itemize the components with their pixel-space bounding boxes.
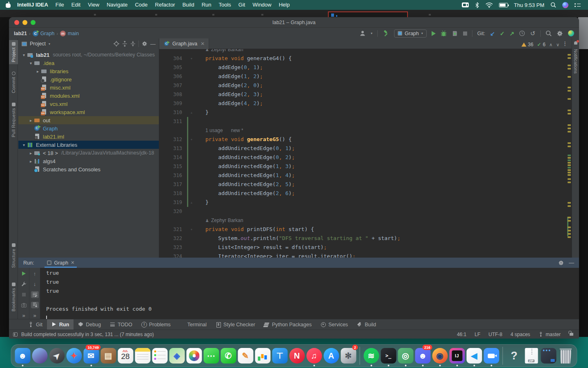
dock-firefox-icon[interactable]: ◉ <box>432 345 448 366</box>
tree-item-misc-xml[interactable]: misc.xml <box>18 83 159 92</box>
stripe-mark[interactable] <box>568 178 571 180</box>
inspections-widget[interactable]: 36 ✓6 ∧ ∨ <box>521 42 559 47</box>
file-encoding[interactable]: UTF-8 <box>488 332 502 337</box>
dock-photos-icon[interactable] <box>186 345 203 366</box>
code-line-312[interactable]: 312▿private void generateG5() { <box>159 135 572 144</box>
stripe-mark[interactable] <box>568 227 571 228</box>
dock-news-icon[interactable]: N <box>289 345 305 366</box>
toolwindow-button-git[interactable]: Git <box>24 319 47 330</box>
stripe-mark[interactable] <box>568 54 571 56</box>
stripe-mark[interactable] <box>568 169 571 171</box>
dock-maps-icon[interactable]: ◈ <box>169 345 185 366</box>
dock-finder-icon[interactable]: ☻ <box>14 345 31 366</box>
stripe-mark[interactable] <box>568 202 571 204</box>
tree-chevron[interactable]: ▾ <box>21 53 27 57</box>
stop-button[interactable] <box>463 31 467 36</box>
stripe-tab-bookmarks[interactable]: Bookmarks <box>9 280 18 314</box>
bluetooth-icon[interactable] <box>475 2 479 8</box>
dock-mail-icon[interactable]: ✉10,749 <box>83 345 100 366</box>
dock-music-icon[interactable]: ♫ <box>306 345 323 366</box>
tree-chevron[interactable]: ▾ <box>28 61 34 65</box>
code-line-315[interactable]: 315 addUndirectedEdge(1, 3); <box>159 162 572 171</box>
notifications-bell-icon[interactable] <box>573 41 578 46</box>
prev-problem-icon[interactable]: ∧ <box>549 42 552 47</box>
stripe-mark[interactable] <box>568 236 571 238</box>
tree-item-external-libraries[interactable]: ▾External Libraries <box>18 141 159 149</box>
menu-navigate[interactable]: Navigate <box>103 0 131 10</box>
spotlight-search-icon[interactable] <box>550 2 556 8</box>
stripe-mark[interactable] <box>568 98 571 100</box>
dock-discord-icon[interactable]: ☻216 <box>414 345 431 366</box>
more-actions-left-icon[interactable]: » <box>20 312 28 319</box>
stop-process-button[interactable] <box>20 291 28 298</box>
tree-chevron[interactable]: ▸ <box>28 151 34 155</box>
history-icon[interactable] <box>519 30 525 36</box>
run-console-output[interactable]: truetruetrue Process finished with exit … <box>40 268 579 319</box>
tree-item-algs4[interactable]: ▸algs4 <box>18 157 159 165</box>
stripe-mark[interactable] <box>568 164 571 166</box>
more-actions-right-icon[interactable]: » <box>31 312 39 319</box>
code-inlay[interactable]: ♟Zephyr Barkan <box>159 49 572 54</box>
code-line-304[interactable]: 304▿private void generateG4() { <box>159 54 572 63</box>
menu-git[interactable]: Git <box>235 0 249 10</box>
toolwindow-button-python-packages[interactable]: Python Packages <box>260 319 316 330</box>
learn-plugin-icon[interactable] <box>568 30 574 36</box>
stripe-mark[interactable] <box>568 220 571 222</box>
collapse-all-icon[interactable] <box>130 41 136 47</box>
code-line-305[interactable]: 305 addEdge(0, 1); <box>159 63 572 72</box>
stripe-mark[interactable] <box>568 90 571 92</box>
code-line-316[interactable]: 316 addUndirectedEdge(1, 4); <box>159 171 572 180</box>
stripe-mark[interactable] <box>568 113 571 114</box>
stripe-mark[interactable] <box>568 68 571 70</box>
stripe-mark[interactable] <box>568 128 571 129</box>
rollback-button[interactable]: ↺ <box>530 30 535 37</box>
code-inlay[interactable]: 1 usagenew * <box>159 126 572 135</box>
debug-button[interactable] <box>441 30 447 37</box>
error-stripe[interactable] <box>566 38 571 258</box>
up-stack-trace-icon[interactable]: ↑ <box>31 270 39 277</box>
edit-configuration-icon[interactable] <box>20 281 28 288</box>
menu-bar-clock[interactable]: Thu 9:53 PM <box>514 2 544 8</box>
tree-item--18-[interactable]: ▸< 18 >/Library/Java/JavaVirtualMachines… <box>18 149 159 157</box>
tree-chevron[interactable]: ▾ <box>21 143 27 147</box>
code-viewport[interactable]: ♟Zephyr Barkan304▿private void generateG… <box>159 49 572 258</box>
dock-launchpad-icon[interactable]: ➤ <box>49 345 65 366</box>
menu-help[interactable]: Help <box>275 0 294 10</box>
tree-chevron[interactable]: ▸ <box>35 69 41 74</box>
wifi-icon[interactable] <box>486 2 493 8</box>
layout-icon[interactable] <box>13 332 18 337</box>
siri-icon[interactable] <box>562 2 568 8</box>
stripe-mark[interactable] <box>568 157 571 159</box>
toolwindow-button-debug[interactable]: Debug <box>74 319 105 330</box>
settings-gear-icon[interactable] <box>557 30 563 37</box>
tree-item-modules-xml[interactable]: modules.xml <box>18 92 159 100</box>
code-line-309[interactable]: 309 addEdge(4, 2); <box>159 99 572 108</box>
menu-file[interactable]: File <box>52 0 68 10</box>
tree-item-vcs-xml[interactable]: vcs.xml <box>18 100 159 108</box>
breadcrumb-lab21[interactable]: lab21 <box>14 31 27 36</box>
screenshot-icon[interactable] <box>20 302 28 309</box>
tree-item-lab21-iml[interactable]: lab21.iml <box>18 132 159 141</box>
profile-dropdown-icon[interactable]: ▾ <box>371 31 372 35</box>
close-window-button[interactable] <box>14 20 19 25</box>
dock-facetime-icon[interactable]: ✆ <box>220 345 237 366</box>
stripe-mark[interactable] <box>568 57 571 59</box>
git-update-button[interactable]: ↙ <box>490 30 495 37</box>
dock-trash-icon[interactable] <box>557 345 574 366</box>
stripe-mark[interactable] <box>568 162 571 164</box>
toolwindow-button-run[interactable]: Run <box>47 319 74 330</box>
dock-help-icon[interactable]: ? <box>506 345 523 366</box>
notifications-stripe-label[interactable]: Notifications <box>573 49 578 74</box>
line-separator[interactable]: LF <box>474 332 480 337</box>
locate-file-icon[interactable] <box>114 41 119 47</box>
code-line-306[interactable]: 306 addEdge(1, 2); <box>159 72 572 81</box>
code-line-307[interactable]: 307 addEdge(2, 0); <box>159 81 572 90</box>
window-title-bar[interactable]: lab21 – Graph.java <box>9 17 579 28</box>
stripe-mark[interactable] <box>568 167 571 168</box>
dock-reminders-icon[interactable] <box>151 345 168 366</box>
stripe-tab-structure[interactable]: Structure <box>9 241 18 270</box>
dock-numbers-icon[interactable] <box>254 345 271 366</box>
toolwindow-button-build[interactable]: Build <box>352 319 381 330</box>
toolwindow-button-problems[interactable]: Problems <box>137 319 175 330</box>
status-message[interactable]: Build completed successfully in 3 sec, 1… <box>21 332 154 337</box>
